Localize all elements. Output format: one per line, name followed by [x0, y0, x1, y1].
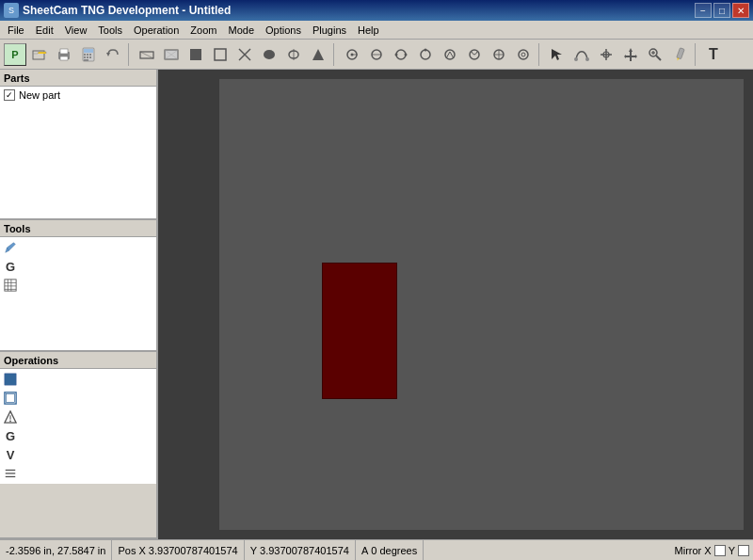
tools-section: Tools G	[0, 220, 156, 352]
status-posy: Y 3.93700787401574	[245, 540, 356, 560]
circle-tool2[interactable]	[365, 43, 388, 66]
pencil-tool[interactable]	[668, 43, 691, 66]
node-tool[interactable]	[595, 43, 617, 66]
menu-plugins[interactable]: Plugins	[307, 21, 352, 40]
tool-draw6[interactable]	[258, 43, 280, 66]
circle-tool7[interactable]	[488, 43, 510, 66]
tool-draw4[interactable]	[209, 43, 232, 66]
left-panel: Parts ✓ New part Tools G	[0, 70, 158, 539]
circle-tool6[interactable]	[463, 43, 486, 66]
main-layout: Parts ✓ New part Tools G	[0, 70, 753, 539]
posx-label: Pos X	[118, 545, 145, 556]
op-g-label[interactable]: G	[2, 427, 19, 444]
tools-content: G	[0, 237, 156, 350]
zoom-tool[interactable]	[644, 43, 666, 66]
op-v-label[interactable]: V	[2, 446, 19, 463]
svg-line-52	[656, 56, 661, 60]
undo-button[interactable]	[102, 43, 124, 66]
menu-options[interactable]: Options	[260, 21, 307, 40]
menu-view[interactable]: View	[59, 21, 93, 40]
canvas-inner[interactable]	[219, 79, 744, 530]
shape-rectangle	[322, 263, 397, 399]
minimize-button[interactable]: −	[695, 3, 712, 18]
toolbar: P	[0, 40, 753, 70]
status-bar: -2.3596 in, 27.5847 in Pos X 3.937007874…	[0, 539, 753, 560]
svg-rect-6	[84, 54, 86, 56]
svg-point-45	[574, 57, 578, 61]
svg-point-23	[264, 50, 275, 59]
svg-rect-7	[87, 54, 88, 56]
circle-tool4[interactable]	[414, 43, 437, 66]
tool-g-label[interactable]: G	[2, 258, 19, 275]
svg-point-33	[395, 53, 398, 56]
text-tool[interactable]: T	[702, 43, 725, 66]
tool-draw8[interactable]	[307, 43, 329, 66]
tools-header: Tools	[0, 220, 156, 237]
part-checkbox[interactable]: ✓	[4, 89, 15, 101]
mirror-y-checkbox[interactable]	[738, 545, 749, 556]
svg-rect-2	[60, 49, 68, 54]
separator-3	[538, 43, 542, 66]
op-icon2[interactable]	[2, 390, 19, 407]
op-icon1[interactable]	[2, 371, 19, 388]
move-tool[interactable]	[619, 43, 642, 66]
window-title: SheetCam TNG Development - Untitled	[23, 4, 231, 17]
coords-text: -2.3596 in, 27.5847 in	[6, 545, 105, 556]
angle-label: A	[361, 545, 368, 556]
menu-mode[interactable]: Mode	[222, 21, 260, 40]
parts-header: Parts	[0, 70, 156, 87]
svg-marker-56	[677, 57, 680, 61]
status-angle: A 0 degrees	[356, 540, 424, 560]
canvas-area	[158, 70, 753, 539]
part-item[interactable]: ✓ New part	[2, 88, 154, 102]
svg-line-15	[140, 52, 153, 58]
circle-tool8[interactable]	[512, 43, 535, 66]
menu-edit[interactable]: Edit	[30, 21, 59, 40]
print-button[interactable]	[53, 43, 75, 66]
tool-draw3[interactable]	[184, 43, 207, 66]
title-bar-left: S SheetCam TNG Development - Untitled	[4, 3, 231, 18]
title-bar: S SheetCam TNG Development - Untitled − …	[0, 0, 753, 21]
svg-marker-26	[312, 49, 324, 60]
cursor-tool[interactable]	[546, 43, 569, 66]
parts-section: Parts ✓ New part	[0, 70, 156, 220]
tool-draw7[interactable]	[282, 43, 305, 66]
circle-tool5[interactable]	[439, 43, 461, 66]
circle-tool3[interactable]	[390, 43, 412, 66]
svg-point-34	[405, 53, 408, 56]
separator-1	[128, 43, 132, 66]
mirror-x-checkbox[interactable]	[714, 545, 726, 556]
svg-rect-8	[89, 54, 91, 56]
menu-zoom[interactable]: Zoom	[184, 21, 222, 40]
angle-value: 0 degrees	[371, 545, 417, 556]
tool-draw1[interactable]	[136, 43, 158, 66]
maximize-button[interactable]: □	[713, 3, 730, 18]
part-label: New part	[19, 89, 60, 101]
bezier-tool[interactable]	[570, 43, 593, 66]
title-bar-controls[interactable]: − □ ✕	[695, 3, 749, 18]
close-button[interactable]: ✕	[732, 3, 749, 18]
menu-operation[interactable]: Operation	[128, 21, 184, 40]
menu-file[interactable]: File	[2, 21, 30, 40]
circle-tool1[interactable]	[341, 43, 363, 66]
op-more-icon[interactable]	[2, 465, 19, 482]
svg-marker-13	[106, 53, 110, 56]
new-button[interactable]: P	[4, 43, 26, 66]
menu-help[interactable]: Help	[352, 21, 385, 40]
svg-rect-10	[87, 56, 88, 58]
menu-bar: File Edit View Tools Operation Zoom Mode…	[0, 21, 753, 40]
parts-content: ✓ New part	[0, 87, 156, 218]
svg-point-36	[425, 48, 427, 51]
svg-marker-44	[552, 49, 562, 60]
tool-draw2[interactable]	[160, 43, 183, 66]
operations-content: G V	[0, 369, 156, 484]
op-icon3[interactable]	[2, 408, 19, 425]
tool-table-icon[interactable]	[2, 277, 19, 294]
mirror-label: Mirror X	[675, 545, 712, 556]
calc-button[interactable]	[77, 43, 100, 66]
tool-draw5[interactable]	[233, 43, 256, 66]
open-button[interactable]	[28, 43, 51, 66]
menu-tools[interactable]: Tools	[92, 21, 128, 40]
tool-pencil-icon[interactable]	[2, 239, 19, 256]
svg-rect-20	[215, 49, 226, 60]
